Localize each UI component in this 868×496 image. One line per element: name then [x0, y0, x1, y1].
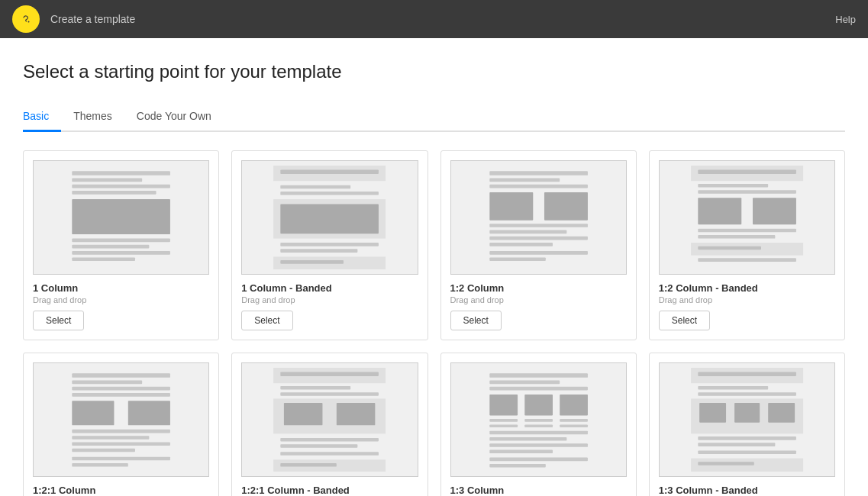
svg-rect-90 — [489, 458, 588, 462]
svg-rect-51 — [72, 393, 170, 397]
card-preview-2-1-column-banded — [241, 362, 418, 477]
svg-point-0 — [18, 11, 34, 27]
preview-svg-2-1-banded — [247, 368, 412, 472]
card-preview-1-column — [33, 160, 209, 275]
svg-rect-75 — [489, 381, 560, 385]
template-card-1-column: 1 Column Drag and drop Select — [23, 150, 219, 340]
svg-rect-9 — [72, 245, 149, 249]
svg-rect-39 — [698, 190, 796, 194]
svg-rect-105 — [698, 462, 754, 465]
preview-svg-1-2-banded — [664, 166, 830, 269]
svg-rect-19 — [281, 243, 379, 246]
svg-rect-103 — [698, 450, 796, 454]
svg-rect-15 — [281, 185, 351, 189]
svg-rect-88 — [489, 443, 588, 447]
svg-rect-18 — [281, 205, 379, 234]
card-preview-1-3-column — [450, 362, 627, 477]
tab-bar: Basic Themes Code Your Own — [23, 104, 845, 132]
svg-rect-34 — [489, 257, 546, 261]
tab-code-your-own[interactable]: Code Your Own — [124, 104, 224, 132]
header: Create a template Help — [0, 0, 868, 38]
svg-rect-86 — [489, 431, 588, 435]
svg-rect-22 — [281, 260, 344, 264]
svg-point-1 — [28, 21, 30, 23]
svg-rect-41 — [753, 198, 796, 224]
svg-rect-80 — [489, 419, 518, 422]
page-title: Select a starting point for your templat… — [23, 61, 845, 82]
select-button-1-2-column-banded[interactable]: Select — [659, 311, 710, 330]
svg-rect-37 — [698, 170, 796, 175]
svg-rect-5 — [72, 185, 170, 188]
svg-rect-4 — [72, 179, 142, 182]
svg-rect-87 — [489, 437, 566, 441]
svg-rect-59 — [72, 463, 128, 467]
svg-rect-100 — [768, 403, 795, 423]
svg-rect-74 — [489, 373, 588, 378]
card-preview-1-column-banded — [241, 160, 418, 275]
svg-rect-79 — [560, 395, 588, 416]
svg-rect-94 — [698, 372, 796, 377]
preview-svg-1-3 — [456, 368, 621, 472]
svg-rect-27 — [489, 192, 533, 221]
template-card-1-2-column-banded: 1:2 Column - Banded Drag and drop Select — [649, 150, 845, 340]
svg-rect-6 — [72, 191, 156, 195]
svg-rect-29 — [489, 224, 588, 227]
svg-rect-69 — [281, 444, 358, 448]
svg-rect-14 — [281, 170, 379, 175]
card-title: 1:2 Column — [450, 282, 505, 294]
svg-rect-10 — [72, 251, 170, 255]
svg-rect-76 — [489, 387, 588, 391]
svg-rect-30 — [489, 230, 566, 234]
svg-rect-63 — [281, 386, 351, 390]
svg-rect-3 — [72, 171, 170, 176]
select-button-1-column-banded[interactable]: Select — [241, 311, 292, 330]
svg-rect-25 — [489, 179, 560, 182]
svg-rect-98 — [699, 403, 726, 423]
svg-rect-52 — [72, 401, 114, 425]
svg-rect-99 — [734, 403, 760, 423]
card-preview-1-2-column-banded — [659, 160, 835, 275]
svg-rect-42 — [698, 229, 796, 233]
svg-rect-20 — [281, 249, 358, 253]
svg-rect-78 — [524, 395, 553, 416]
svg-rect-32 — [489, 243, 553, 246]
template-card-1-2-column: 1:2 Column Drag and drop Select — [440, 150, 637, 340]
card-title: 1:2 Column - Banded — [659, 282, 758, 294]
preview-svg — [38, 166, 204, 269]
select-button-1-column[interactable]: Select — [33, 311, 84, 330]
svg-rect-40 — [698, 198, 741, 224]
svg-rect-58 — [72, 457, 170, 461]
tab-themes[interactable]: Themes — [61, 104, 124, 132]
svg-rect-95 — [698, 386, 768, 390]
template-card-1-column-banded: 1 Column - Banded Drag and drop Select — [231, 150, 428, 340]
mailchimp-logo — [12, 5, 40, 33]
template-card-1-3-column-banded: 1:3 Column - Banded Drag and drop Select — [649, 353, 845, 496]
svg-rect-64 — [281, 392, 379, 396]
svg-rect-38 — [698, 184, 768, 188]
svg-rect-16 — [281, 192, 379, 195]
svg-rect-85 — [560, 424, 588, 427]
svg-rect-8 — [72, 239, 170, 243]
svg-rect-7 — [72, 199, 170, 234]
preview-svg-1-2 — [456, 166, 621, 269]
svg-rect-24 — [489, 171, 588, 176]
card-subtitle: Drag and drop — [241, 295, 295, 304]
svg-rect-72 — [281, 463, 337, 467]
svg-rect-46 — [698, 258, 796, 262]
header-title: Create a template — [50, 13, 135, 25]
svg-rect-28 — [544, 192, 587, 221]
svg-rect-45 — [698, 246, 761, 250]
preview-svg-2-1 — [38, 368, 204, 472]
tab-basic[interactable]: Basic — [23, 104, 61, 132]
select-button-1-2-column[interactable]: Select — [450, 311, 502, 330]
svg-rect-67 — [337, 403, 376, 425]
card-title: 1:3 Column — [450, 485, 505, 496]
svg-rect-11 — [72, 257, 135, 261]
main-content: Select a starting point for your templat… — [0, 38, 868, 496]
svg-rect-57 — [72, 449, 135, 453]
svg-rect-56 — [72, 442, 170, 446]
svg-rect-49 — [72, 381, 142, 385]
svg-rect-66 — [284, 403, 323, 425]
help-link[interactable]: Help — [835, 14, 856, 25]
svg-rect-81 — [524, 419, 553, 422]
